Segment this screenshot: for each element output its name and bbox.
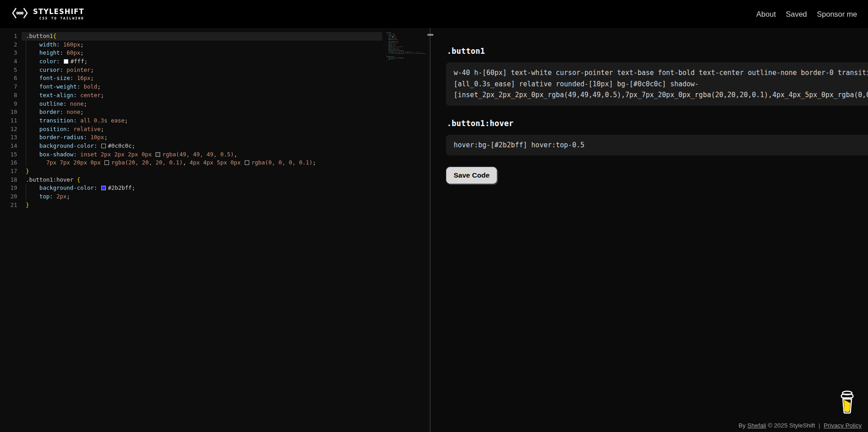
code-token: 60px — [66, 49, 80, 56]
line-number: 15 — [0, 150, 22, 159]
code-line-content: color: #fff; — [22, 57, 382, 66]
code-line[interactable]: 6 font-size: 16px; — [0, 74, 382, 83]
code-line[interactable]: 2 width: 160px; — [0, 41, 382, 49]
css-editor[interactable]: 1.button1{2 width: 160px;3 height: 60px;… — [0, 28, 430, 432]
code-token: font-weight — [39, 83, 77, 90]
code-line[interactable]: 19 background-color: #2b2bff; — [0, 184, 382, 193]
color-swatch[interactable] — [156, 152, 160, 157]
code-token: .button1:hover — [26, 176, 77, 183]
code-line[interactable]: 21} — [0, 201, 382, 210]
panel-divider[interactable] — [430, 28, 431, 432]
line-number: 6 — [0, 74, 22, 83]
code-token: 160px — [63, 41, 81, 48]
code-line-content: height: 60px; — [22, 49, 382, 57]
footer-copyright: © 2025 StyleShift — [768, 422, 815, 429]
code-line[interactable]: 14 background-color: #0c0c0c; — [0, 142, 382, 150]
save-code-button[interactable]: Save Code — [446, 167, 497, 184]
line-number: 8 — [0, 91, 22, 100]
code-token: ; — [80, 41, 84, 48]
code-token: rgba(20, 20, 20, 0.1) — [111, 159, 183, 166]
line-number: 13 — [0, 133, 22, 142]
code-line[interactable]: 18.button1:hover { — [0, 176, 382, 184]
line-number: 3 — [0, 49, 22, 57]
line-number: 21 — [0, 201, 22, 210]
code-token: width — [39, 41, 57, 48]
code-token — [26, 41, 39, 48]
selector-title: .button1:hover — [447, 119, 868, 128]
code-line[interactable]: 16 7px 7px 20px 0px rgba(20, 20, 20, 0.1… — [0, 159, 382, 167]
color-swatch — [408, 52, 408, 53]
code-token: text-align — [39, 92, 73, 99]
color-swatch — [422, 53, 423, 54]
code-line-content: background-color: #2b2bff; — [22, 184, 382, 193]
logo-title: STYLESHIFT — [33, 8, 84, 15]
code-token: position — [39, 126, 66, 132]
line-number: 9 — [0, 100, 22, 108]
tailwind-codebox: hover:bg-[#2b2bff] hover:top-0.5 — [446, 135, 868, 156]
code-token: ; — [101, 92, 104, 99]
code-token: #2b2bff — [108, 184, 132, 191]
color-swatch[interactable] — [64, 59, 68, 64]
line-number: 11 — [0, 117, 22, 125]
code-token: ; — [124, 117, 128, 124]
color-swatch[interactable] — [245, 160, 249, 165]
selector-title: .button1 — [447, 47, 868, 56]
code-token: ; — [132, 184, 135, 191]
nav-about[interactable]: About — [756, 10, 776, 19]
code-token: transition — [39, 117, 73, 124]
code-line[interactable]: 8 text-align: center; — [0, 91, 382, 100]
code-line[interactable]: 15 box-shadow: inset 2px 2px 2px 0px rgb… — [0, 150, 382, 159]
code-line[interactable]: 3 height: 60px; — [0, 49, 382, 57]
code-line[interactable]: 7 font-weight: bold; — [0, 83, 382, 91]
divider-handle[interactable] — [427, 34, 433, 36]
line-number: 2 — [0, 41, 22, 49]
color-swatch[interactable] — [104, 160, 109, 165]
logo[interactable]: STYLESHIFT CSS TO TAILWIND — [11, 6, 84, 22]
editor-minimap[interactable]: .button1{ width: 160px; height: 60px; co… — [385, 32, 425, 95]
author-link[interactable]: Shefali — [747, 422, 766, 429]
code-line[interactable]: 4 color: #fff; — [0, 57, 382, 66]
footer-separator: | — [819, 422, 821, 429]
code-token: : — [57, 58, 63, 65]
code-token: : — [50, 193, 57, 200]
buy-me-coffee-button[interactable] — [838, 389, 857, 418]
color-swatch[interactable] — [101, 186, 106, 190]
nav-sponsor-me[interactable]: Sponsor me — [817, 10, 857, 19]
code-line[interactable]: 9 outline: none; — [0, 100, 382, 108]
code-token: background-color — [39, 184, 94, 191]
footer: By Shefali © 2025 StyleShift | Privacy P… — [739, 422, 862, 429]
code-line-content: border: none; — [22, 108, 382, 117]
color-swatch — [399, 53, 400, 54]
code-token: ; — [313, 159, 316, 166]
code-token: background-color — [39, 142, 94, 149]
code-line[interactable]: 20 top: 2px; — [0, 193, 382, 201]
color-swatch[interactable] — [101, 144, 106, 148]
code-token: : — [77, 83, 84, 90]
privacy-policy-link[interactable]: Privacy Policy — [824, 422, 862, 429]
line-number: 20 — [0, 193, 22, 201]
footer-by: By — [739, 422, 746, 429]
code-token: : — [73, 151, 80, 158]
code-token — [26, 184, 39, 191]
code-line[interactable]: 10 border: none; — [0, 108, 382, 117]
color-swatch — [398, 51, 399, 52]
code-line[interactable]: 17} — [0, 167, 382, 176]
code-line[interactable]: 12 position: relative; — [0, 125, 382, 134]
code-line[interactable]: 11 transition: all 0.3s ease; — [0, 117, 382, 125]
code-token: : — [60, 66, 66, 73]
code-line-content: top: 2px; — [22, 193, 382, 201]
code-token — [26, 100, 39, 107]
code-line[interactable]: 1.button1{ — [0, 32, 382, 41]
code-line-content: } — [22, 167, 382, 176]
nav-saved[interactable]: Saved — [786, 10, 807, 19]
code-line-content: .button1{ — [22, 32, 382, 41]
code-token: : — [66, 126, 73, 132]
code-line-content: box-shadow: inset 2px 2px 2px 0px rgba(4… — [22, 150, 382, 159]
code-line[interactable]: 13 border-radius: 10px; — [0, 133, 382, 142]
code-token: : — [73, 92, 80, 99]
code-line-content: background-color: #0c0c0c; — [22, 142, 382, 150]
code-token — [26, 134, 39, 141]
code-line-content: outline: none; — [22, 100, 382, 108]
line-number: 12 — [0, 125, 22, 134]
code-line[interactable]: 5 cursor: pointer; — [0, 66, 382, 75]
